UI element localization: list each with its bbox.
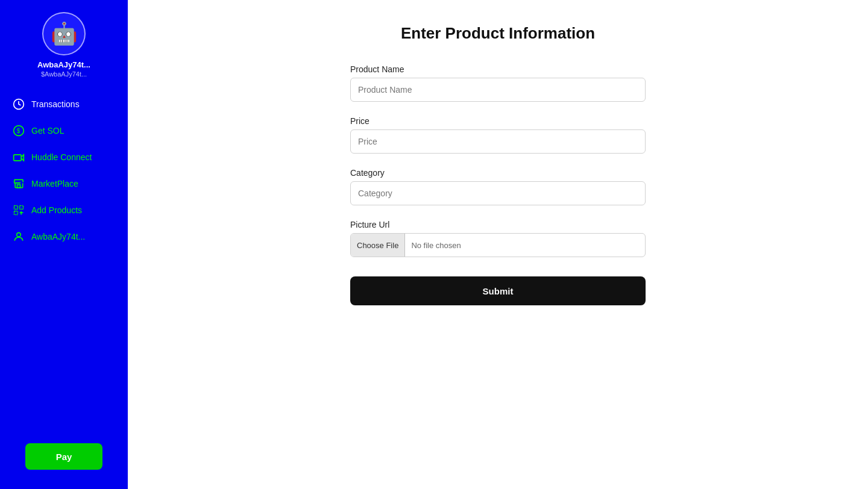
product-name-group: Product Name bbox=[350, 64, 646, 102]
submit-button[interactable]: Submit bbox=[350, 276, 646, 305]
category-group: Category bbox=[350, 168, 646, 205]
video-icon bbox=[12, 151, 25, 163]
product-form: Product Name Price Category Picture Url … bbox=[350, 64, 646, 305]
shop-icon bbox=[12, 178, 25, 190]
nav-menu: Transactions $ Get SOL Huddle Connect bbox=[0, 92, 128, 443]
sidebar-item-get-sol[interactable]: $ Get SOL bbox=[0, 119, 128, 143]
file-name-display: No file chosen bbox=[405, 241, 467, 250]
svg-rect-3 bbox=[14, 155, 22, 161]
sidebar-item-profile[interactable]: AwbaAJy74t... bbox=[0, 225, 128, 249]
sidebar-item-label: Transactions bbox=[31, 99, 80, 109]
sidebar-item-label: Get SOL bbox=[31, 126, 64, 135]
sidebar-item-add-products[interactable]: Add Products bbox=[0, 198, 128, 222]
sidebar-item-label: Huddle Connect bbox=[31, 152, 92, 162]
sidebar-item-transactions[interactable]: Transactions bbox=[0, 92, 128, 116]
sidebar-item-huddle-connect[interactable]: Huddle Connect bbox=[0, 145, 128, 169]
page-title: Enter Product Information bbox=[128, 24, 868, 43]
clock-icon bbox=[12, 98, 25, 110]
svg-point-10 bbox=[17, 232, 21, 237]
price-group: Price bbox=[350, 116, 646, 154]
picture-url-label: Picture Url bbox=[350, 220, 646, 229]
category-input[interactable] bbox=[350, 181, 646, 205]
category-label: Category bbox=[350, 168, 646, 178]
file-input-wrapper: Choose File No file chosen bbox=[350, 233, 646, 257]
svg-rect-6 bbox=[20, 206, 24, 210]
sidebar-item-label: MarketPlace bbox=[31, 179, 78, 188]
picture-url-group: Picture Url Choose File No file chosen bbox=[350, 220, 646, 257]
dollar-circle-icon: $ bbox=[12, 125, 25, 137]
sidebar-item-label: AwbaAJy74t... bbox=[31, 232, 85, 241]
price-label: Price bbox=[350, 116, 646, 126]
svg-rect-5 bbox=[14, 206, 18, 210]
sidebar-item-marketplace[interactable]: MarketPlace bbox=[0, 172, 128, 196]
add-grid-icon bbox=[12, 204, 25, 216]
avatar-image: 🤖 bbox=[51, 21, 78, 46]
main-content: Enter Product Information Product Name P… bbox=[128, 0, 868, 489]
choose-file-button[interactable]: Choose File bbox=[351, 234, 405, 257]
avatar: 🤖 bbox=[42, 12, 86, 55]
product-name-label: Product Name bbox=[350, 64, 646, 74]
svg-text:$: $ bbox=[17, 128, 20, 134]
svg-rect-7 bbox=[14, 211, 18, 215]
user-icon bbox=[12, 231, 25, 243]
sidebar-item-label: Add Products bbox=[31, 205, 82, 215]
svg-rect-4 bbox=[17, 185, 20, 188]
pay-button[interactable]: Pay bbox=[25, 443, 102, 470]
product-name-input[interactable] bbox=[350, 78, 646, 102]
price-input[interactable] bbox=[350, 129, 646, 154]
user-handle: $AwbaAJy74t... bbox=[41, 70, 87, 78]
user-name: AwbaAJy74t... bbox=[37, 60, 90, 69]
sidebar: 🤖 AwbaAJy74t... $AwbaAJy74t... Transacti… bbox=[0, 0, 128, 489]
